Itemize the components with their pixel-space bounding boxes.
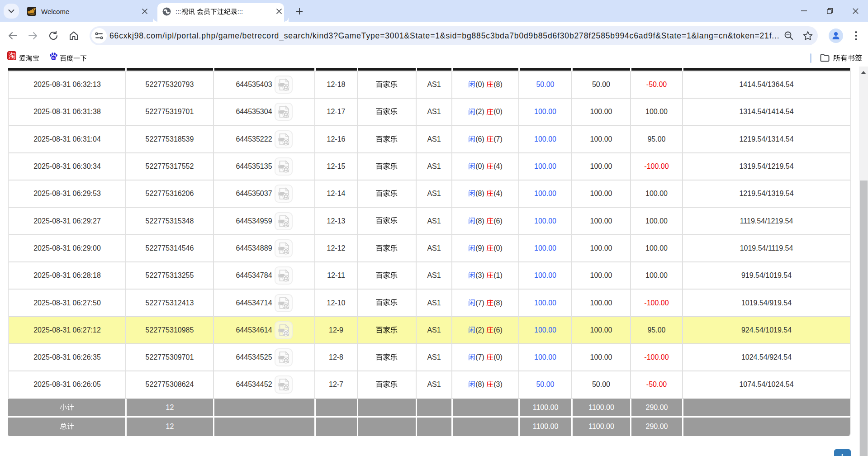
svg-text:du: du [52, 57, 55, 60]
